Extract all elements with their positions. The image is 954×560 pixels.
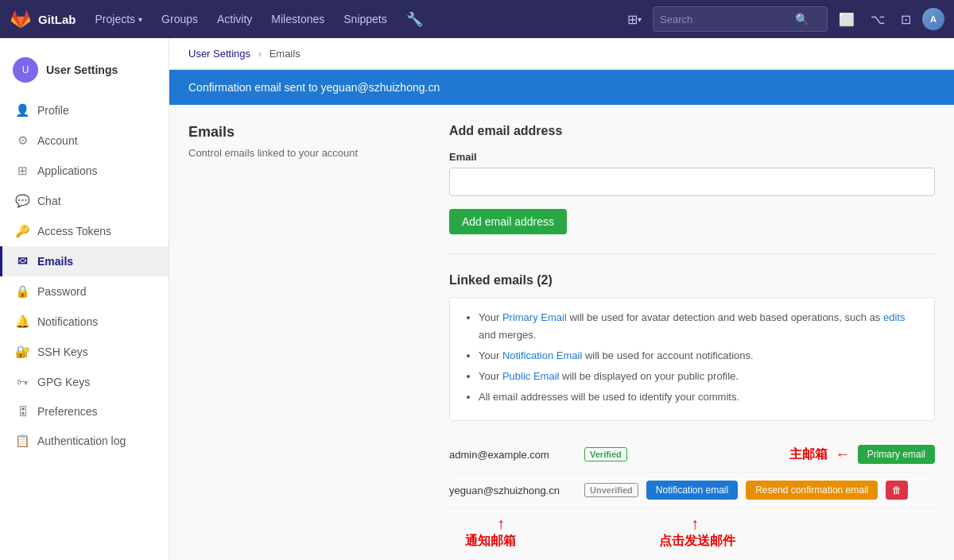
emails-icon: ✉	[15, 254, 29, 268]
logo[interactable]: GitLab	[10, 8, 76, 30]
alert-message: Confirmation email sent to yeguan@szhuiz…	[188, 81, 440, 94]
annotations-area: ↑ 通知邮箱 ↑ 点击发送邮件	[449, 515, 935, 550]
sidebar-item-auth-log[interactable]: 📋 Authentication log	[0, 426, 169, 456]
sidebar-item-access-tokens[interactable]: 🔑 Access Tokens	[0, 216, 169, 246]
merge-request-icon[interactable]: ⌥	[866, 9, 890, 30]
verified-badge: Verified	[584, 447, 627, 462]
sidebar-item-notifications[interactable]: 🔔 Notifications	[0, 307, 169, 337]
breadcrumb-current: Emails	[270, 48, 301, 60]
ssh-keys-icon: 🔐	[15, 345, 29, 359]
primary-email-address: admin@example.com	[449, 449, 576, 461]
breadcrumb: User Settings › Emails	[169, 38, 954, 70]
profile-icon: 👤	[15, 103, 29, 118]
breadcrumb-separator: ›	[258, 48, 262, 60]
info-item-3: All email addresses will be used to iden…	[479, 388, 921, 406]
sidebar-item-preferences[interactable]: 🎛 Preferences	[0, 396, 169, 426]
access-tokens-icon: 🔑	[15, 224, 29, 238]
nav-projects[interactable]: Projects ▾	[86, 0, 153, 38]
chat-icon: 💬	[15, 194, 29, 208]
primary-arrow: ←	[836, 446, 850, 463]
sidebar-item-chat[interactable]: 💬 Chat	[0, 186, 169, 216]
chevron-down-icon: ▾	[138, 15, 142, 24]
email-row-secondary: yeguan@szhuizhong.cn Unverified Notifica…	[449, 473, 935, 508]
sidebar-item-emails[interactable]: ✉ Emails	[0, 246, 169, 276]
linked-emails-section: Linked emails (2) Your Primary Email wil…	[449, 273, 935, 550]
account-icon: ⚙	[15, 133, 29, 148]
sidebar-item-profile[interactable]: 👤 Profile	[0, 95, 169, 126]
password-icon: 🔒	[15, 284, 29, 299]
edits-link[interactable]: edits	[883, 311, 905, 323]
add-email-button[interactable]: Add email address	[449, 209, 567, 234]
notification-chinese-label: 通知邮箱	[465, 533, 516, 550]
info-item-0: Your Primary Email will be used for avat…	[479, 309, 921, 344]
notification-email-button[interactable]: Notification email	[646, 481, 738, 500]
section-description: Control emails linked to your account	[188, 147, 411, 159]
page-layout: U User Settings 👤 Profile ⚙ Account ⊞ Ap…	[0, 38, 954, 560]
search-bar[interactable]: 🔍	[653, 6, 828, 32]
nav-groups[interactable]: Groups	[152, 0, 207, 38]
info-item-2: Your Public Email will be displayed on y…	[479, 368, 921, 385]
notification-annotation: ↑ 通知邮箱	[449, 515, 516, 550]
search-icon: 🔍	[795, 13, 809, 25]
info-item-1: Your Notification Email will be used for…	[479, 347, 921, 365]
issues-icon[interactable]: ⊡	[896, 9, 916, 30]
info-box: Your Primary Email will be used for avat…	[449, 297, 935, 421]
search-input[interactable]	[660, 14, 795, 25]
content-area: Emails Control emails linked to your acc…	[169, 105, 954, 560]
email-label: Email	[449, 151, 935, 163]
user-avatar[interactable]: A	[922, 8, 944, 30]
logo-text: GitLab	[38, 13, 76, 26]
add-email-title: Add email address	[449, 124, 935, 138]
sidebar-item-account[interactable]: ⚙ Account	[0, 126, 169, 156]
sidebar-item-applications[interactable]: ⊞ Applications	[0, 156, 169, 186]
sidebar: U User Settings 👤 Profile ⚙ Account ⊞ Ap…	[0, 38, 169, 560]
gpg-keys-icon: 🗝	[15, 375, 29, 388]
primary-chinese-label: 主邮箱	[789, 446, 828, 463]
breadcrumb-parent-link[interactable]: User Settings	[188, 48, 250, 60]
left-section: Emails Control emails linked to your acc…	[188, 124, 411, 550]
secondary-email-address: yeguan@szhuizhong.cn	[449, 485, 576, 496]
linked-emails-title: Linked emails (2)	[449, 273, 935, 288]
resend-confirmation-button[interactable]: Resend confirmation email	[746, 481, 878, 500]
nav-snippets[interactable]: Snippets	[334, 0, 396, 38]
top-navigation: GitLab Projects ▾ Groups Activity Milest…	[0, 0, 954, 38]
alert-banner: Confirmation email sent to yeguan@szhuiz…	[169, 70, 954, 105]
unverified-badge: Unverified	[584, 483, 638, 497]
resend-arrow-up: ↑	[691, 515, 699, 533]
email-form-group: Email	[449, 151, 935, 196]
wrench-icon[interactable]: 🔧	[397, 0, 432, 38]
applications-icon: ⊞	[15, 164, 29, 178]
delete-email-button[interactable]: 🗑	[886, 481, 908, 500]
public-email-link[interactable]: Public Email	[502, 370, 560, 382]
sidebar-title: User Settings	[46, 64, 118, 76]
resend-chinese-label: 点击发送邮件	[659, 533, 735, 550]
primary-email-badge-button[interactable]: Primary email	[858, 445, 935, 464]
new-item-button[interactable]: ⊞ ▾	[622, 9, 646, 30]
email-row-primary: admin@example.com Verified 主邮箱 ← Primary…	[449, 437, 935, 473]
avatar: U	[13, 57, 38, 83]
sidebar-item-password[interactable]: 🔒 Password	[0, 276, 169, 307]
auth-log-icon: 📋	[15, 434, 29, 448]
add-email-form: Add email address Email Add email addres…	[449, 124, 935, 234]
preferences-icon: 🎛	[15, 404, 29, 418]
main-content: User Settings › Emails Confirmation emai…	[169, 38, 954, 560]
nav-milestones[interactable]: Milestones	[262, 0, 334, 38]
notification-email-link[interactable]: Notification Email	[502, 350, 582, 361]
email-input[interactable]	[449, 168, 935, 196]
resend-annotation: ↑ 点击发送邮件	[659, 515, 735, 550]
sidebar-item-gpg-keys[interactable]: 🗝 GPG Keys	[0, 367, 169, 396]
gitlab-logo-icon	[10, 8, 32, 30]
right-section: Add email address Email Add email addres…	[449, 124, 935, 550]
nav-activity[interactable]: Activity	[207, 0, 262, 38]
primary-email-link[interactable]: Primary Email	[502, 311, 567, 323]
nav-right-actions: ⊞ ▾ 🔍 ⬜ ⌥ ⊡ A	[622, 6, 944, 32]
section-title: Emails	[188, 124, 411, 141]
todo-icon[interactable]: ⬜	[834, 9, 859, 30]
sidebar-header: U User Settings	[0, 51, 169, 95]
notifications-icon: 🔔	[15, 315, 29, 329]
sidebar-item-ssh-keys[interactable]: 🔐 SSH Keys	[0, 337, 169, 367]
notification-arrow-up: ↑	[497, 515, 505, 533]
